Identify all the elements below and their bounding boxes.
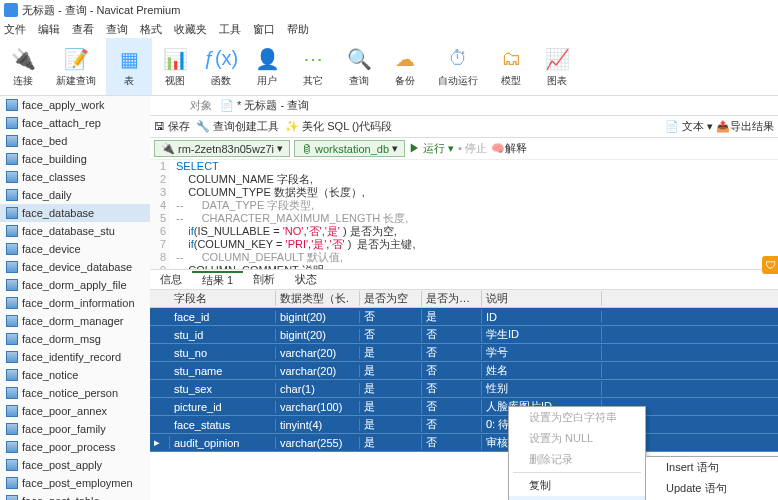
menu-工具[interactable]: 工具 <box>219 22 241 37</box>
save-button[interactable]: 🖫 保存 <box>154 119 190 134</box>
stop-button: ▪ 停止 <box>458 141 487 156</box>
table-face_building[interactable]: face_building <box>0 150 150 168</box>
col-是否为空[interactable]: 是否为空 <box>360 291 422 306</box>
grid-row[interactable]: ▸audit_opinionvarchar(255)是否审核意见 <box>150 434 778 452</box>
rtab-信息[interactable]: 信息 <box>150 272 192 287</box>
table-icon <box>6 459 18 471</box>
col-是否为主键[interactable]: 是否为主键 <box>422 291 482 306</box>
content-pane: 对象 📄 * 无标题 - 查询 🖫 保存 🔧 查询创建工具 ✨ 美化 SQL (… <box>150 96 778 500</box>
connection-bar: 🔌 rm-2zetn83n05wz7i ▾ 🛢 workstation_db ▾… <box>150 138 778 160</box>
table-icon <box>6 405 18 417</box>
menu-查看[interactable]: 查看 <box>72 22 94 37</box>
toolbar-函数[interactable]: ƒ(x)函数 <box>198 38 244 95</box>
run-button[interactable]: ▶ 运行 ▾ <box>409 141 454 156</box>
toolbar-用户[interactable]: 👤用户 <box>244 38 290 95</box>
ctx-复制为[interactable]: 复制为 <box>509 496 645 500</box>
table-face_poor_annex[interactable]: face_poor_annex <box>0 402 150 420</box>
host-select[interactable]: 🔌 rm-2zetn83n05wz7i ▾ <box>154 140 290 157</box>
window-title: 无标题 - 查询 - Navicat Premium <box>22 3 180 18</box>
table-face_device[interactable]: face_device <box>0 240 150 258</box>
toolbar-表[interactable]: ▦表 <box>106 38 152 95</box>
col-字段名[interactable]: 字段名 <box>170 291 276 306</box>
grid-row[interactable]: picture_idvarchar(100)是否人脸库图片ID <box>150 398 778 416</box>
table-face_daily[interactable]: face_daily <box>0 186 150 204</box>
col-数据类型（长.[interactable]: 数据类型（长. <box>276 291 360 306</box>
table-icon <box>6 279 18 291</box>
grid-row[interactable]: face_idbigint(20)否是ID <box>150 308 778 326</box>
toolbar-连接[interactable]: 🔌连接 <box>0 38 46 95</box>
menu-收藏夹[interactable]: 收藏夹 <box>174 22 207 37</box>
menu-文件[interactable]: 文件 <box>4 22 26 37</box>
table-face_notice[interactable]: face_notice <box>0 366 150 384</box>
menu-编辑[interactable]: 编辑 <box>38 22 60 37</box>
table-face_poor_process[interactable]: face_poor_process <box>0 438 150 456</box>
query-actions: 🖫 保存 🔧 查询创建工具 ✨ 美化 SQL ()代码段 📄 文本 ▾ 📤导出结… <box>150 116 778 138</box>
table-icon <box>6 207 18 219</box>
table-face_poor_family[interactable]: face_poor_family <box>0 420 150 438</box>
toolbar-自动运行[interactable]: ⏱自动运行 <box>428 38 488 95</box>
table-face_database[interactable]: face_database <box>0 204 150 222</box>
toolbar-新建查询[interactable]: 📝新建查询 <box>46 38 106 95</box>
grid-row[interactable]: stu_namevarchar(20)是否姓名 <box>150 362 778 380</box>
table-face_dorm_apply_file[interactable]: face_dorm_apply_file <box>0 276 150 294</box>
table-face_dorm_manager[interactable]: face_dorm_manager <box>0 312 150 330</box>
grid-row[interactable]: stu_sexchar(1)是否性别 <box>150 380 778 398</box>
beautify-button[interactable]: ✨ 美化 SQL ()代码段 <box>285 119 392 134</box>
rtab-剖析[interactable]: 剖析 <box>243 272 285 287</box>
toolbar-模型[interactable]: 🗂模型 <box>488 38 534 95</box>
rtab-状态[interactable]: 状态 <box>285 272 327 287</box>
table-face_bed[interactable]: face_bed <box>0 132 150 150</box>
table-face_post_employmen[interactable]: face_post_employmen <box>0 474 150 492</box>
ctx-Update 语句[interactable]: Update 语句 <box>646 478 778 499</box>
table-icon <box>6 117 18 129</box>
ctx-删除记录[interactable]: 删除记录 <box>509 449 645 470</box>
toolbar-备份[interactable]: ☁备份 <box>382 38 428 95</box>
toolbar-查询[interactable]: 🔍查询 <box>336 38 382 95</box>
tab-objects[interactable]: 对象 <box>190 98 212 113</box>
grid-row[interactable]: face_statustinyint(4)是否0: 待审核 1：已通过 <box>150 416 778 434</box>
menu-帮助[interactable]: 帮助 <box>287 22 309 37</box>
table-face_apply_work[interactable]: face_apply_work <box>0 96 150 114</box>
table-face_attach_rep[interactable]: face_attach_rep <box>0 114 150 132</box>
table-face_post_apply[interactable]: face_post_apply <box>0 456 150 474</box>
col-说明[interactable]: 说明 <box>482 291 602 306</box>
menu-格式[interactable]: 格式 <box>140 22 162 37</box>
title-bar: 无标题 - 查询 - Navicat Premium <box>0 0 778 20</box>
table-icon <box>6 351 18 363</box>
menu-窗口[interactable]: 窗口 <box>253 22 275 37</box>
result-tabs: 信息结果 1剖析状态 <box>150 270 778 290</box>
rtab-结果 1[interactable]: 结果 1 <box>192 271 243 288</box>
main-toolbar: 🔌连接📝新建查询▦表📊视图ƒ(x)函数👤用户⋯其它🔍查询☁备份⏱自动运行🗂模型📈… <box>0 38 778 96</box>
table-face_dorm_information[interactable]: face_dorm_information <box>0 294 150 312</box>
table-face_identify_record[interactable]: face_identify_record <box>0 348 150 366</box>
ctx-Insert 语句[interactable]: Insert 语句 <box>646 457 778 478</box>
table-face_database_stu[interactable]: face_database_stu <box>0 222 150 240</box>
table-icon <box>6 477 18 489</box>
table-face_post_table[interactable]: face_post_table <box>0 492 150 500</box>
help-badge[interactable]: 🛡 <box>762 256 778 274</box>
db-select[interactable]: 🛢 workstation_db ▾ <box>294 140 405 157</box>
grid-row[interactable]: stu_novarchar(20)是否学号 <box>150 344 778 362</box>
table-face_notice_person[interactable]: face_notice_person <box>0 384 150 402</box>
table-face_classes[interactable]: face_classes <box>0 168 150 186</box>
toolbar-其它[interactable]: ⋯其它 <box>290 38 336 95</box>
grid-row[interactable]: stu_idbigint(20)否否学生ID <box>150 326 778 344</box>
ctx-设置为 NULL[interactable]: 设置为 NULL <box>509 428 645 449</box>
table-icon <box>6 369 18 381</box>
builder-button[interactable]: 🔧 查询创建工具 <box>196 119 279 134</box>
table-icon <box>6 297 18 309</box>
text-button[interactable]: 📄 文本 ▾ 📤导出结果 <box>665 119 774 134</box>
table-face_device_database[interactable]: face_device_database <box>0 258 150 276</box>
context-submenu: Insert 语句Update 语句制表符分隔值 (数据)制表符分隔值 (字段名… <box>645 456 778 500</box>
table-icon <box>6 243 18 255</box>
toolbar-视图[interactable]: 📊视图 <box>152 38 198 95</box>
sql-editor[interactable]: 123456789 SELECT COLUMN_NAME 字段名, COLUMN… <box>150 160 778 270</box>
table-face_dorm_msg[interactable]: face_dorm_msg <box>0 330 150 348</box>
grid-header: 字段名数据类型（长.是否为空是否为主键说明 <box>150 290 778 308</box>
ctx-设置为空白字符串[interactable]: 设置为空白字符串 <box>509 407 645 428</box>
menu-查询[interactable]: 查询 <box>106 22 128 37</box>
explain-button[interactable]: 🧠解释 <box>491 141 527 156</box>
tab-query[interactable]: 无标题 - 查询 <box>244 99 309 111</box>
ctx-复制[interactable]: 复制 <box>509 475 645 496</box>
toolbar-图表[interactable]: 📈图表 <box>534 38 580 95</box>
